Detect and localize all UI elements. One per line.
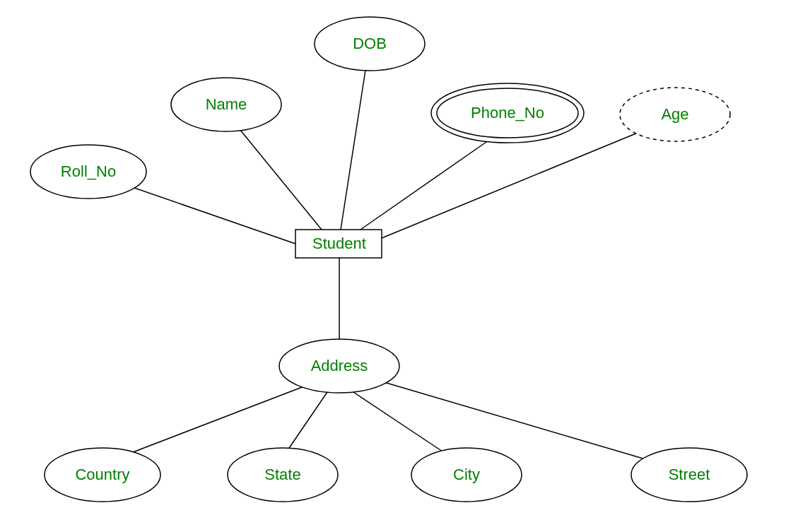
edge-address-street [382, 382, 650, 461]
edge-address-country [124, 385, 307, 456]
edge-student-dob [341, 66, 366, 230]
attr-street-label: Street [669, 466, 710, 484]
er-diagram-canvas [0, 0, 786, 532]
attr-rollno-label: Roll_No [61, 162, 116, 181]
attr-city-label: City [453, 466, 480, 484]
attr-state-label: State [264, 466, 300, 484]
edge-student-age [382, 133, 638, 238]
attr-phoneno-label: Phone_No [471, 104, 544, 122]
edge-address-city [353, 392, 449, 456]
edge-student-name [237, 126, 322, 230]
edge-student-rollno [120, 183, 295, 244]
attr-address-label: Address [311, 357, 368, 375]
entity-student-label: Student [312, 235, 366, 253]
attr-dob-label: DOB [353, 35, 387, 53]
edge-student-phoneno [360, 137, 493, 230]
attr-country-label: Country [75, 466, 129, 484]
edge-address-state [286, 392, 327, 452]
attr-age-label: Age [661, 105, 688, 124]
attr-name-label: Name [206, 95, 247, 114]
